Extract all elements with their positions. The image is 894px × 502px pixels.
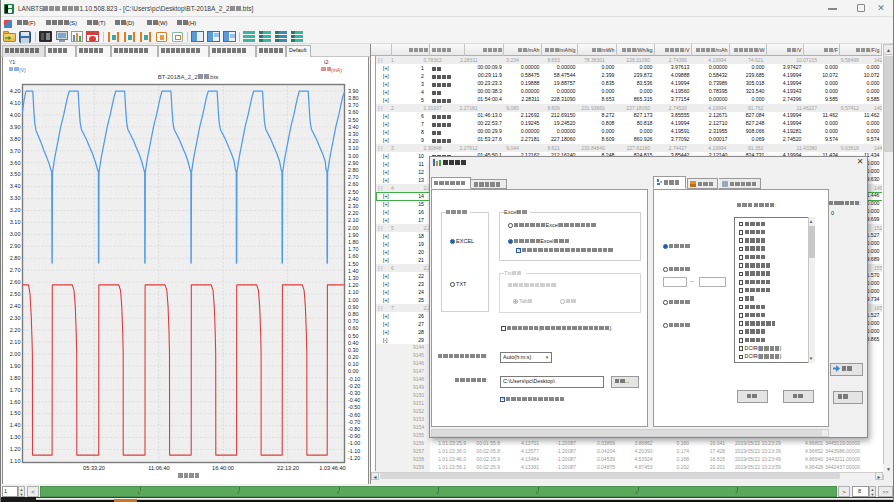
svg-text:1.80: 1.80 [348,238,359,244]
svg-text:-0.70: -0.70 [348,418,360,424]
svg-text:-0.20: -0.20 [348,382,360,388]
svg-text:3.30: 3.30 [10,195,21,201]
svg-text:2.30: 2.30 [10,314,21,320]
svg-text:2.90: 2.90 [348,159,359,165]
svg-text:0.20: 0.20 [348,354,359,360]
svg-text:3.00: 3.00 [348,152,359,158]
svg-text:3.90: 3.90 [348,87,359,93]
svg-text:2.50: 2.50 [348,188,359,194]
svg-text:2.90: 2.90 [10,243,21,249]
svg-text:1.70: 1.70 [10,386,21,392]
svg-text:3.40: 3.40 [10,183,21,189]
svg-text:1.40: 1.40 [348,267,359,273]
svg-text:2.80: 2.80 [10,255,21,261]
svg-text:4.00: 4.00 [10,111,21,117]
svg-text:2.70: 2.70 [348,174,359,180]
svg-text:1.10: 1.10 [348,289,359,295]
svg-text:2.00: 2.00 [348,224,359,230]
svg-text:3.50: 3.50 [348,116,359,122]
svg-text:3.20: 3.20 [10,207,21,213]
svg-text:3.70: 3.70 [348,102,359,108]
svg-text:1.90: 1.90 [10,362,21,368]
svg-text:1.20: 1.20 [10,446,21,452]
svg-text:2.10: 2.10 [10,338,21,344]
svg-text:-0.40: -0.40 [348,397,360,403]
svg-text:-0.80: -0.80 [348,426,360,432]
svg-text:3.60: 3.60 [10,159,21,165]
svg-text:1.30: 1.30 [348,274,359,280]
svg-text:16:40:00: 16:40:00 [212,464,234,470]
svg-text:2.20: 2.20 [10,326,21,332]
svg-text:0.90: 0.90 [348,303,359,309]
svg-text:1.90: 1.90 [348,231,359,237]
svg-text:1.60: 1.60 [348,253,359,259]
svg-text:3.60: 3.60 [348,109,359,115]
svg-text:1.70: 1.70 [348,246,359,252]
svg-text:0.70: 0.70 [348,318,359,324]
svg-text:4.20: 4.20 [10,87,21,93]
svg-text:3.90: 3.90 [10,123,21,129]
svg-text:1.50: 1.50 [10,410,21,416]
svg-text:4.10: 4.10 [10,99,21,105]
svg-text:3.10: 3.10 [10,219,21,225]
svg-text:11:06:40: 11:06:40 [148,464,169,470]
svg-text:3.70: 3.70 [10,147,21,153]
svg-text:-0.30: -0.30 [348,390,360,396]
svg-text:3.80: 3.80 [10,135,21,141]
svg-text:-0.10: -0.10 [348,375,360,381]
svg-text:1.40: 1.40 [10,422,21,428]
svg-text:2.60: 2.60 [348,181,359,187]
svg-text:1.60: 1.60 [10,398,21,404]
svg-text:2.60: 2.60 [10,279,21,285]
svg-text:2.30: 2.30 [348,202,359,208]
svg-text:-1.20: -1.20 [348,454,360,460]
svg-text:1.20: 1.20 [348,282,359,288]
svg-text:0.40: 0.40 [348,339,359,345]
svg-text:-1.00: -1.00 [348,440,360,446]
svg-text:05:33:20: 05:33:20 [83,464,105,470]
svg-text:-0.60: -0.60 [348,411,360,417]
svg-text:3.00: 3.00 [10,231,21,237]
svg-text:2.20: 2.20 [348,210,359,216]
svg-text:1.03:46:40: 1.03:46:40 [319,464,345,470]
svg-text:0.50: 0.50 [348,332,359,338]
svg-text:3.50: 3.50 [10,171,21,177]
svg-text:3.30: 3.30 [348,131,359,137]
svg-text:22:13:20: 22:13:20 [277,464,299,470]
svg-text:-1.10: -1.10 [348,447,360,453]
svg-text:1.10: 1.10 [10,458,21,464]
svg-text:2.00: 2.00 [10,350,21,356]
svg-text:-0.50: -0.50 [348,404,360,410]
svg-text:3.40: 3.40 [348,123,359,129]
svg-text:0.00: 0.00 [348,368,359,374]
svg-text:2.80: 2.80 [348,167,359,173]
svg-text:1.50: 1.50 [348,260,359,266]
svg-text:2.40: 2.40 [348,195,359,201]
svg-text:2.50: 2.50 [10,290,21,296]
svg-text:2.40: 2.40 [10,302,21,308]
svg-text:3.20: 3.20 [348,138,359,144]
svg-text:3.80: 3.80 [348,95,359,101]
svg-text:2.70: 2.70 [10,267,21,273]
svg-text:0.60: 0.60 [348,325,359,331]
svg-text:0.10: 0.10 [348,361,359,367]
svg-text:2.10: 2.10 [348,217,359,223]
svg-text:1.00: 1.00 [348,296,359,302]
svg-text:0.30: 0.30 [348,346,359,352]
svg-text:1.80: 1.80 [10,374,21,380]
svg-text:1.30: 1.30 [10,434,21,440]
svg-text:3.10: 3.10 [348,145,359,151]
svg-text:0.80: 0.80 [348,310,359,316]
svg-text:-0.90: -0.90 [348,433,360,439]
